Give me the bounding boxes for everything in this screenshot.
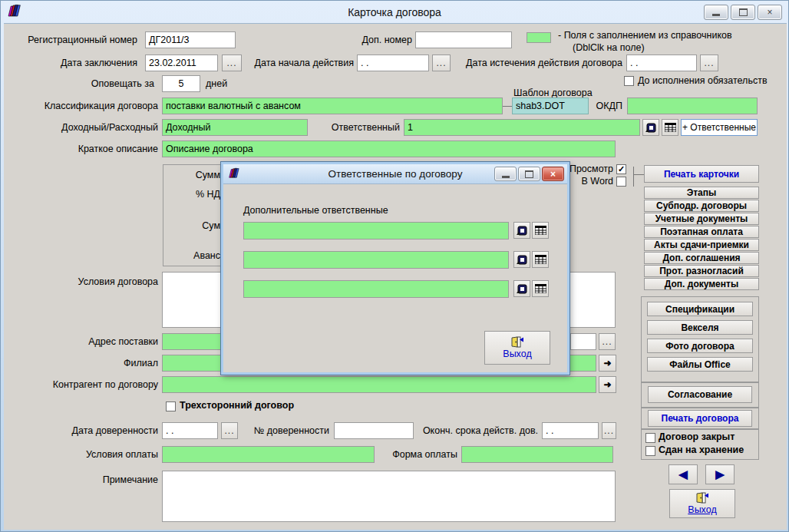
short-description-label: Краткое описание [4, 140, 158, 157]
payment-terms-field[interactable] [162, 446, 375, 463]
template-label: Шаблон договора [513, 88, 593, 98]
print-card-button[interactable]: Печать карточки [644, 165, 759, 183]
branch-open-button[interactable]: ➜ [599, 355, 616, 372]
additional-responsible-field-2[interactable] [243, 251, 509, 269]
acceptance-acts-button[interactable]: Акты сдачи-приемки [644, 239, 759, 251]
conclusion-date-field[interactable]: 23.02.2011 [145, 55, 218, 71]
office-files-button[interactable]: Файлы Office [647, 357, 753, 372]
responsible3-table-button[interactable] [532, 280, 549, 297]
responsible2-directory-button[interactable] [513, 251, 530, 268]
legend-swatch [527, 32, 551, 43]
title-bar: Карточка договора × [1, 1, 788, 23]
responsible-table-button[interactable] [662, 119, 678, 136]
advance-label-fragment: Аванс [142, 247, 220, 264]
note-label: Примечание [4, 471, 158, 488]
responsible-field[interactable]: 1 [404, 119, 640, 136]
okdp-field[interactable] [627, 97, 758, 114]
contract-closed-checkbox[interactable] [645, 433, 655, 443]
payment-form-field[interactable] [461, 446, 613, 463]
dialog-title-bar: Ответственные по договору × [223, 164, 567, 184]
dop-number-field[interactable] [415, 31, 512, 48]
minimize-button[interactable] [704, 5, 728, 20]
stages-button[interactable]: Этапы [644, 187, 759, 199]
prev-record-button[interactable]: ◀ [669, 464, 698, 484]
close-icon: × [767, 8, 772, 17]
disagreement-protocols-button[interactable]: Прот. разногласий [644, 265, 759, 277]
expiry-date-field[interactable]: . . [626, 55, 697, 71]
branch-label: Филиал [4, 355, 158, 372]
dialog-body: Дополнительные ответственные [223, 183, 567, 372]
subcontracts-button[interactable]: Субподр. договоры [644, 200, 759, 212]
poa-date-picker-button[interactable]: ... [221, 422, 238, 439]
responsible-directory-button[interactable] [642, 119, 659, 136]
responsible1-table-button[interactable] [532, 222, 549, 239]
next-record-button[interactable]: ▶ [705, 464, 735, 484]
poa-number-field[interactable] [334, 422, 414, 439]
sum-label-fragment: Сумм [142, 167, 220, 183]
contract-photo-button[interactable]: Фото договора [647, 339, 753, 353]
directory-icon [517, 255, 527, 265]
dialog-minimize-button[interactable] [494, 167, 517, 181]
delivery-address-picker-button[interactable]: ... [599, 333, 616, 350]
maximize-button[interactable] [731, 5, 755, 20]
responsible-label: Ответственный [308, 119, 400, 136]
notify-label: Оповещать за [4, 75, 154, 92]
dialog-exit-label: Выход [503, 349, 531, 359]
expiry-date-label: Дата истечения действия договора [457, 55, 622, 71]
addendums-button[interactable]: Доп. соглашения [644, 252, 759, 264]
trilateral-checkbox[interactable] [166, 401, 176, 411]
delivery-address-extra-field[interactable] [570, 333, 596, 350]
contract-closed-label: Договор закрыт [659, 431, 735, 442]
poa-date-field[interactable]: . . [162, 422, 218, 439]
specifications-button[interactable]: Спецификации [647, 302, 753, 316]
word-checkbox[interactable] [616, 177, 626, 187]
staged-payment-button[interactable]: Поэтапная оплата [644, 226, 759, 238]
payment-form-label: Форма оплаты [372, 446, 457, 463]
close-icon: × [550, 170, 556, 179]
poa-end-field[interactable]: . . [542, 422, 599, 439]
note-textarea[interactable] [162, 471, 616, 522]
additional-responsible-field-1[interactable] [243, 222, 509, 240]
poa-end-picker-button[interactable]: ... [602, 422, 616, 439]
counterparty-open-button[interactable]: ➜ [599, 376, 616, 393]
classification-label: Классификация договора [4, 97, 158, 114]
counterparty-label: Контрагент по договору [4, 376, 158, 393]
print-contract-button[interactable]: Печать договора [648, 410, 752, 427]
add-responsibles-button[interactable]: + Ответственные [681, 119, 758, 136]
preview-checkbox[interactable]: ✓ [616, 164, 626, 174]
maximize-icon [525, 170, 533, 178]
reg-number-field[interactable]: ДГ2011/3 [145, 31, 236, 48]
stored-checkbox[interactable] [645, 446, 655, 456]
directory-icon [517, 226, 527, 236]
responsible3-directory-button[interactable] [513, 280, 530, 297]
window-title: Карточка договора [1, 6, 788, 18]
dialog-exit-button[interactable]: Выход [484, 331, 550, 365]
until-fulfillment-checkbox[interactable] [624, 76, 634, 86]
responsible1-directory-button[interactable] [513, 222, 530, 239]
conclusion-date-label: Дата заключения [4, 55, 137, 71]
bills-button[interactable]: Векселя [647, 320, 753, 335]
bracket-line-h [634, 174, 644, 175]
responsible2-table-button[interactable] [532, 251, 549, 268]
poa-number-label: № доверенности [242, 422, 329, 439]
additional-docs-button[interactable]: Доп. документы [644, 278, 759, 290]
dialog-close-button[interactable]: × [542, 167, 564, 181]
short-description-field[interactable]: Описание договора [162, 140, 616, 157]
legend-text-2: (DblClk на поле) [573, 42, 645, 53]
accounting-docs-button[interactable]: Учетные документы [644, 213, 759, 225]
income-expense-label: Доходный/Расходный [4, 119, 158, 136]
expiry-date-picker-button[interactable]: ... [700, 55, 718, 71]
counterparty-field[interactable] [162, 376, 596, 393]
exit-button[interactable]: Выход [669, 489, 735, 518]
template-field[interactable]: shab3.DOT [512, 97, 589, 114]
dialog-maximize-button[interactable] [518, 167, 540, 181]
classification-field[interactable]: поставки валютный с авансом [162, 97, 503, 114]
notify-days-field[interactable]: 5 [162, 75, 200, 92]
start-date-picker-button[interactable]: ... [432, 55, 451, 71]
additional-responsible-field-3[interactable] [243, 280, 509, 298]
approval-button[interactable]: Согласование [648, 386, 752, 403]
okdp-label: ОКДП [592, 97, 622, 114]
start-date-field[interactable]: . . [357, 55, 429, 71]
close-button[interactable]: × [758, 5, 782, 20]
income-expense-field[interactable]: Доходный [162, 119, 308, 136]
